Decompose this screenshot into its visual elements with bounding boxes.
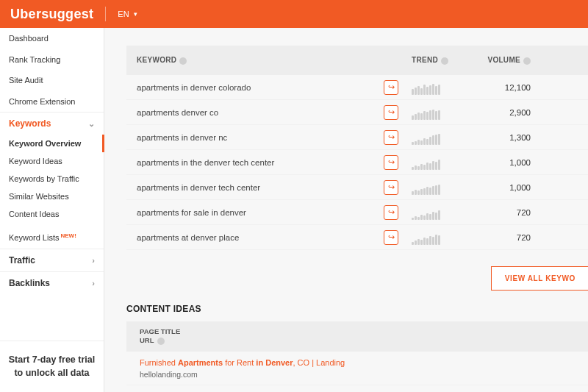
top-bar: Ubersuggest EN ▾ [0, 0, 588, 28]
volume-cell: 1,300 [472, 133, 545, 142]
sidebar-item-keyword-lists[interactable]: Keyword ListsNEW! [0, 227, 104, 249]
section-label: Keywords [9, 118, 51, 129]
keyword-cell: apartments for sale in denver [126, 208, 384, 217]
section-label: Traffic [9, 255, 35, 266]
trend-sparkline [406, 205, 472, 220]
trend-sparkline [406, 155, 472, 170]
sidebar-section-keywords[interactable]: Keywords ⌄ [0, 112, 104, 135]
volume-cell: 720 [472, 233, 545, 242]
keyword-cell: apartments denver co [126, 108, 384, 117]
view-all-keywords-button[interactable]: VIEW ALL KEYWO [491, 266, 588, 291]
chevron-down-icon: ▾ [134, 10, 137, 18]
trend-sparkline [406, 130, 472, 145]
info-icon[interactable] [523, 57, 531, 65]
col-trend[interactable]: TREND [406, 56, 472, 64]
new-badge: NEW! [60, 232, 76, 239]
table-row[interactable]: apartments in denver colorado↪12,100 [126, 75, 588, 100]
volume-cell: 720 [472, 208, 545, 217]
volume-cell: 1,000 [472, 158, 545, 167]
content-idea-row[interactable]: Steele Creek Apartments in Denver, CO - … [126, 385, 588, 392]
content-ideas-section: CONTENT IDEAS PAGE TITLE URL Furnished A… [126, 291, 588, 392]
keyword-cell: apartments at denver place [126, 233, 384, 242]
sidebar-item-rank-tracking[interactable]: Rank Tracking [0, 49, 104, 71]
sidebar-item-keyword-ideas[interactable]: Keyword Ideas [0, 152, 104, 170]
table-row[interactable]: apartments in denver tech center↪1,000 [126, 175, 588, 200]
table-header: KEYWORD TREND VOLUME [126, 46, 588, 75]
expand-icon[interactable]: ↪ [384, 105, 398, 120]
sidebar-section-backlinks[interactable]: Backlinks › [0, 271, 104, 294]
expand-icon[interactable]: ↪ [384, 155, 398, 170]
chevron-right-icon: › [92, 279, 95, 288]
volume-cell: 12,100 [472, 83, 545, 92]
volume-cell: 2,900 [472, 108, 545, 117]
volume-cell: 1,000 [472, 183, 545, 192]
expand-icon[interactable]: ↪ [384, 80, 398, 95]
expand-icon[interactable]: ↪ [384, 230, 398, 245]
page-url: hellolanding.com [140, 370, 575, 379]
col-keyword[interactable]: KEYWORD [126, 56, 384, 64]
content-ideas-header: PAGE TITLE URL [126, 321, 588, 352]
expand-icon[interactable]: ↪ [384, 130, 398, 145]
info-icon[interactable] [179, 57, 187, 65]
table-row[interactable]: apartments in denver nc↪1,300 [126, 125, 588, 150]
sidebar: Dashboard Rank Tracking Site Audit Chrom… [0, 28, 104, 392]
chevron-right-icon: › [92, 256, 95, 265]
table-row[interactable]: apartments denver co↪2,900 [126, 100, 588, 125]
sidebar-section-traffic[interactable]: Traffic › [0, 249, 104, 271]
divider [105, 7, 106, 21]
col-volume[interactable]: VOLUME [472, 56, 545, 64]
section-label: Backlinks [9, 278, 50, 288]
sidebar-item-content-ideas[interactable]: Content Ideas [0, 205, 104, 223]
sidebar-item-similar-websites[interactable]: Similar Websites [0, 188, 104, 205]
sidebar-item-dashboard[interactable]: Dashboard [0, 28, 104, 49]
keyword-cell: apartments in denver nc [126, 133, 384, 142]
keyword-cell: apartments in the denver tech center [126, 158, 384, 167]
trend-sparkline [406, 80, 472, 95]
table-row[interactable]: apartments in the denver tech center↪1,0… [126, 150, 588, 175]
page-title: Furnished Apartments for Rent in Denver,… [140, 357, 575, 368]
content-ideas-title: CONTENT IDEAS [126, 304, 588, 314]
keyword-cell: apartments in denver tech center [126, 183, 384, 192]
table-row[interactable]: apartments at denver place↪720 [126, 225, 588, 250]
sidebar-item-keywords-by-traffic[interactable]: Keywords by Traffic [0, 170, 104, 188]
brand-logo[interactable]: Ubersuggest [10, 7, 93, 22]
info-icon[interactable] [157, 338, 165, 345]
expand-icon[interactable]: ↪ [384, 180, 398, 195]
content-idea-row[interactable]: Furnished Apartments for Rent in Denver,… [126, 352, 588, 385]
sidebar-item-chrome-extension[interactable]: Chrome Extension [0, 91, 104, 113]
language-selector[interactable]: EN ▾ [118, 10, 137, 18]
table-row[interactable]: apartments for sale in denver↪720 [126, 200, 588, 225]
sidebar-item-site-audit[interactable]: Site Audit [0, 70, 104, 91]
trend-sparkline [406, 180, 472, 195]
item-label: Keyword Lists [9, 233, 59, 242]
sidebar-item-keyword-overview[interactable]: Keyword Overview [0, 135, 104, 152]
chevron-down-icon: ⌄ [88, 119, 95, 129]
trial-cta[interactable]: Start 7-day free trial to unlock all dat… [0, 341, 104, 393]
trend-sparkline [406, 230, 472, 245]
info-icon[interactable] [441, 57, 448, 65]
main-content: KEYWORD TREND VOLUME apartments in denve… [104, 28, 588, 392]
trend-sparkline [406, 105, 472, 120]
language-label: EN [118, 10, 129, 18]
keyword-cell: apartments in denver colorado [126, 83, 384, 92]
keyword-table: KEYWORD TREND VOLUME apartments in denve… [126, 46, 588, 250]
expand-icon[interactable]: ↪ [384, 205, 398, 220]
